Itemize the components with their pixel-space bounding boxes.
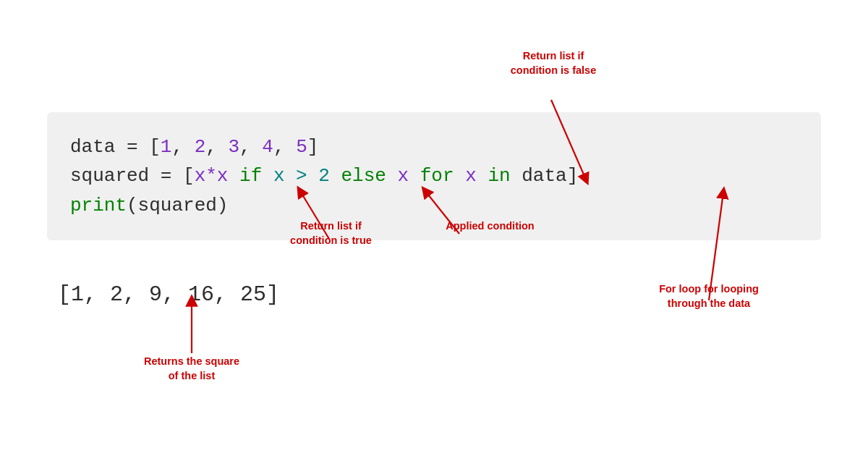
code-line-1: data = [1, 2, 3, 4, 5] [70, 132, 798, 161]
annotation-square-result: Returns the squareof the list [123, 355, 260, 383]
annotation-for-loop: For loop for loopingthrough the data [637, 282, 781, 311]
annotation-applied-condition: Applied condition [430, 219, 550, 234]
code-line-2: squared = [x*x if x > 2 else x for x in … [70, 161, 798, 190]
output-line: [1, 2, 9, 16, 25] [58, 282, 279, 307]
code-line-3: print(squared) [70, 191, 798, 220]
annotation-condition-false: Return list ifcondition is false [485, 49, 622, 77]
annotation-condition-true: Return list ifcondition is true [264, 219, 398, 248]
